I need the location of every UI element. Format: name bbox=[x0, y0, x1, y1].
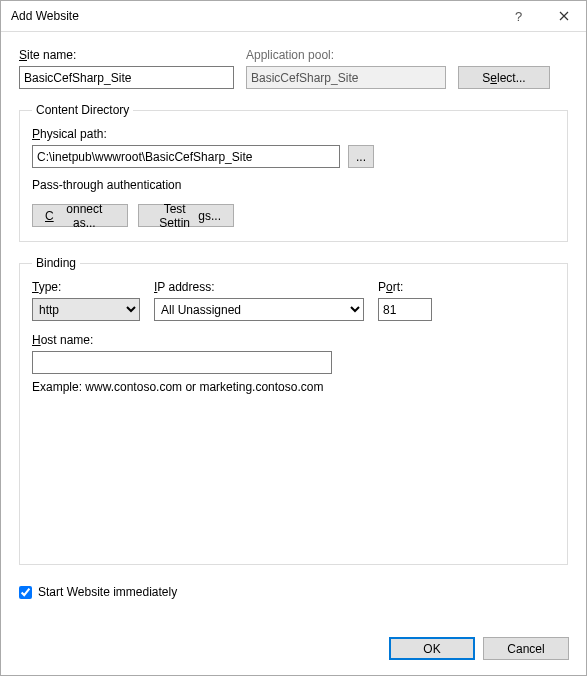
cancel-button[interactable]: Cancel bbox=[483, 637, 569, 660]
physical-path-input[interactable] bbox=[32, 145, 340, 168]
site-name-label: Site name: bbox=[19, 48, 234, 62]
host-example: Example: www.contoso.com or marketing.co… bbox=[32, 380, 555, 394]
passthrough-label: Pass-through authentication bbox=[32, 178, 555, 192]
start-immediately-label: Start Website immediately bbox=[38, 585, 177, 599]
start-immediately-checkbox[interactable] bbox=[19, 586, 32, 599]
close-icon bbox=[559, 11, 569, 21]
ip-label: IP address: bbox=[154, 280, 364, 294]
test-settings-button[interactable]: Test Settings... bbox=[138, 204, 234, 227]
titlebar: Add Website ? bbox=[1, 1, 586, 32]
host-input[interactable] bbox=[32, 351, 332, 374]
binding-legend: Binding bbox=[32, 256, 80, 270]
type-select[interactable]: http bbox=[32, 298, 140, 321]
binding-group: Binding Type: http IP address: All Unass… bbox=[19, 256, 568, 565]
site-name-input[interactable] bbox=[19, 66, 234, 89]
content-directory-legend: Content Directory bbox=[32, 103, 133, 117]
window-title: Add Website bbox=[11, 9, 496, 23]
connect-as-button[interactable]: Connect as... bbox=[32, 204, 128, 227]
content-directory-group: Content Directory Physical path: ... Pas… bbox=[19, 103, 568, 242]
port-label: Port: bbox=[378, 280, 432, 294]
dialog-footer: OK Cancel bbox=[0, 625, 587, 676]
app-pool-label: Application pool: bbox=[246, 48, 446, 62]
type-label: Type: bbox=[32, 280, 140, 294]
browse-path-button[interactable]: ... bbox=[348, 145, 374, 168]
port-input[interactable] bbox=[378, 298, 432, 321]
app-pool-input bbox=[246, 66, 446, 89]
select-app-pool-button[interactable]: Select... bbox=[458, 66, 550, 89]
close-button[interactable] bbox=[541, 1, 586, 31]
ok-button[interactable]: OK bbox=[389, 637, 475, 660]
help-button[interactable]: ? bbox=[496, 1, 541, 31]
ip-select[interactable]: All Unassigned bbox=[154, 298, 364, 321]
physical-path-label: Physical path: bbox=[32, 127, 555, 141]
host-label: Host name: bbox=[32, 333, 555, 347]
